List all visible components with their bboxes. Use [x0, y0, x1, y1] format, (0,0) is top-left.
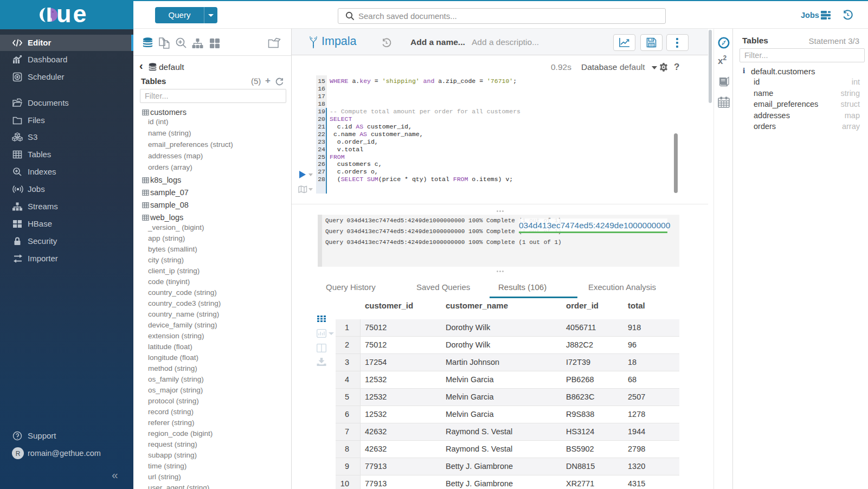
svg-text:R: R — [16, 450, 21, 458]
svg-text:ue: ue — [56, 7, 88, 23]
